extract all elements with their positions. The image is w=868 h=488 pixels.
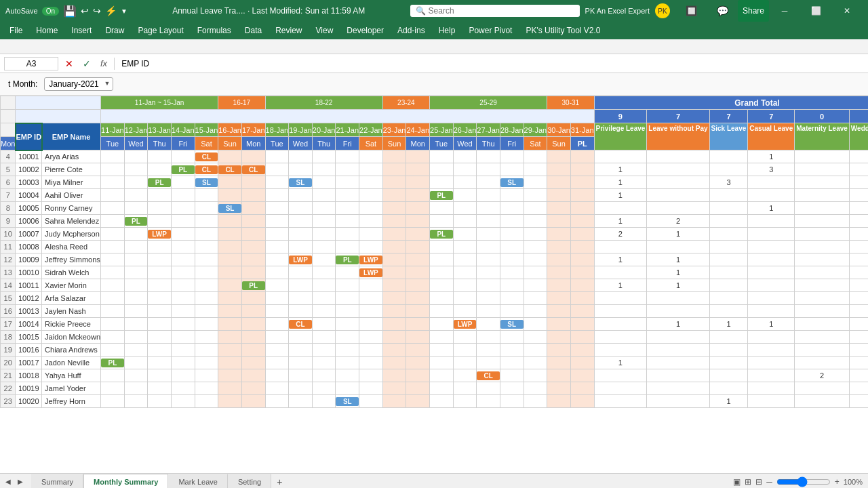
- date-cell[interactable]: [336, 344, 359, 357]
- date-cell[interactable]: [570, 189, 594, 202]
- emp-name-cell[interactable]: Ronny Carney: [42, 202, 101, 215]
- date-cell[interactable]: [406, 369, 430, 382]
- date-cell[interactable]: [218, 228, 242, 241]
- date-cell[interactable]: [453, 163, 477, 176]
- emp-name-cell[interactable]: Jaidon Mckeown: [42, 331, 101, 344]
- date-cell[interactable]: [195, 369, 218, 382]
- date-cell[interactable]: [453, 279, 477, 292]
- date-cell[interactable]: [195, 305, 218, 318]
- date-cell[interactable]: CL: [195, 163, 218, 176]
- date-cell[interactable]: [570, 369, 594, 382]
- date-cell[interactable]: [124, 292, 148, 305]
- emp-id-cell[interactable]: 10001: [16, 150, 42, 163]
- date-cell[interactable]: [312, 279, 336, 292]
- date-cell[interactable]: [148, 202, 172, 215]
- date-cell[interactable]: [477, 228, 500, 241]
- date-cell[interactable]: [570, 176, 594, 189]
- date-cell[interactable]: [195, 266, 218, 279]
- date-cell[interactable]: [124, 150, 148, 163]
- search-bar[interactable]: 🔍: [410, 5, 580, 17]
- date-cell[interactable]: [265, 202, 289, 215]
- date-cell[interactable]: [289, 163, 313, 176]
- date-cell[interactable]: [524, 292, 547, 305]
- date-cell[interactable]: [359, 202, 383, 215]
- date-cell[interactable]: [171, 305, 195, 318]
- date-cell[interactable]: [312, 228, 336, 241]
- date-cell[interactable]: SL: [500, 176, 524, 189]
- date-cell[interactable]: [101, 369, 125, 382]
- date-cell[interactable]: [265, 215, 289, 228]
- tab-setting[interactable]: Setting: [228, 474, 271, 489]
- date-cell[interactable]: [524, 228, 547, 241]
- date-cell[interactable]: [218, 189, 242, 202]
- date-cell[interactable]: [265, 331, 289, 344]
- date-cell[interactable]: [148, 292, 172, 305]
- date-cell[interactable]: [241, 344, 265, 357]
- date-cell[interactable]: [101, 266, 125, 279]
- date-cell[interactable]: [524, 344, 547, 357]
- date-cell[interactable]: [101, 305, 125, 318]
- date-cell[interactable]: [312, 331, 336, 344]
- date-cell[interactable]: [406, 215, 430, 228]
- date-cell[interactable]: [500, 344, 524, 357]
- emp-id-cell[interactable]: 10004: [16, 189, 42, 202]
- date-cell[interactable]: [195, 215, 218, 228]
- date-cell[interactable]: [359, 150, 383, 163]
- date-cell[interactable]: [359, 305, 383, 318]
- date-cell[interactable]: [524, 163, 547, 176]
- date-cell[interactable]: [241, 305, 265, 318]
- date-cell[interactable]: [312, 305, 336, 318]
- date-cell[interactable]: [171, 241, 195, 253]
- date-cell[interactable]: [265, 305, 289, 318]
- date-cell[interactable]: [289, 344, 313, 357]
- date-cell[interactable]: SL: [218, 202, 242, 215]
- emp-name-cell[interactable]: Jamel Yoder: [42, 382, 101, 395]
- date-cell[interactable]: [171, 292, 195, 305]
- emp-name-cell[interactable]: Judy Mcpherson: [42, 228, 101, 241]
- date-cell[interactable]: [382, 395, 406, 408]
- date-cell[interactable]: [570, 253, 594, 266]
- menu-developer[interactable]: Developer: [340, 24, 391, 37]
- date-cell[interactable]: [265, 395, 289, 408]
- date-cell[interactable]: [359, 176, 383, 189]
- date-cell[interactable]: [312, 357, 336, 369]
- date-cell[interactable]: [547, 163, 571, 176]
- date-cell[interactable]: [453, 369, 477, 382]
- date-cell[interactable]: [453, 176, 477, 189]
- emp-name-cell[interactable]: Aahil Oliver: [42, 189, 101, 202]
- menu-file[interactable]: File: [3, 24, 29, 37]
- date-cell[interactable]: [382, 331, 406, 344]
- date-cell[interactable]: [265, 369, 289, 382]
- date-cell[interactable]: [547, 150, 571, 163]
- date-cell[interactable]: [406, 395, 430, 408]
- date-cell[interactable]: [336, 279, 359, 292]
- date-cell[interactable]: [195, 202, 218, 215]
- date-cell[interactable]: [406, 202, 430, 215]
- date-cell[interactable]: [241, 382, 265, 395]
- date-cell[interactable]: [477, 176, 500, 189]
- emp-id-cell[interactable]: 10005: [16, 202, 42, 215]
- date-cell[interactable]: SL: [289, 176, 313, 189]
- date-cell[interactable]: [430, 163, 454, 176]
- date-cell[interactable]: [477, 150, 500, 163]
- date-cell[interactable]: [241, 395, 265, 408]
- date-cell[interactable]: [218, 215, 242, 228]
- date-cell[interactable]: [359, 215, 383, 228]
- date-cell[interactable]: [218, 344, 242, 357]
- date-cell[interactable]: [477, 305, 500, 318]
- date-cell[interactable]: [382, 163, 406, 176]
- date-cell[interactable]: [265, 279, 289, 292]
- date-cell[interactable]: [124, 357, 148, 369]
- date-cell[interactable]: [336, 189, 359, 202]
- emp-name-cell[interactable]: Arfa Salazar: [42, 292, 101, 305]
- date-cell[interactable]: [218, 382, 242, 395]
- emp-id-cell[interactable]: 10016: [16, 344, 42, 357]
- date-cell[interactable]: [359, 163, 383, 176]
- date-cell[interactable]: LWP: [289, 253, 313, 266]
- date-cell[interactable]: [382, 318, 406, 331]
- date-cell[interactable]: [453, 202, 477, 215]
- date-cell[interactable]: [171, 215, 195, 228]
- date-cell[interactable]: [477, 292, 500, 305]
- date-cell[interactable]: [124, 344, 148, 357]
- date-cell[interactable]: [124, 176, 148, 189]
